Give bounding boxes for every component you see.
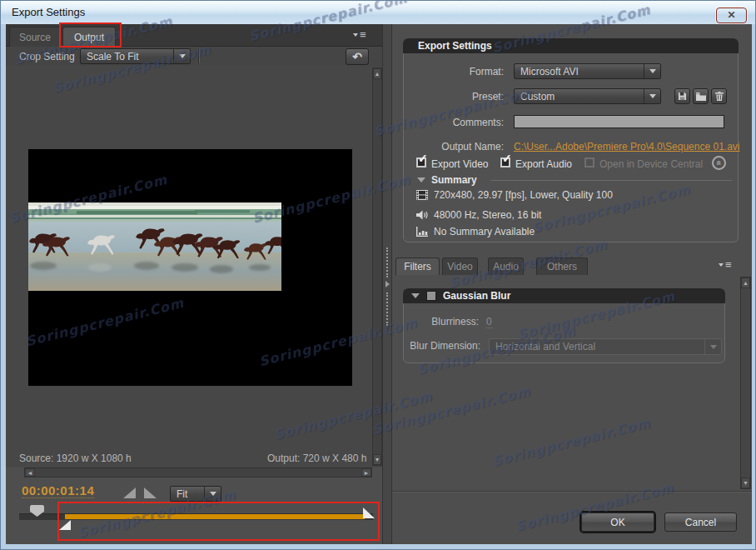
tab-others[interactable]: Others — [536, 258, 588, 275]
export-settings-group: Export Settings Format: Microsoft AVI Pr… — [403, 38, 739, 242]
filters-tabbar: Filters Video Audio Others ≡ — [392, 258, 752, 275]
set-out-point-icon[interactable] — [144, 488, 157, 498]
chevron-down-icon — [204, 487, 221, 501]
settings-panel: Export Settings Format: Microsoft AVI Pr… — [392, 24, 752, 544]
output-name-label: Output Name: — [387, 141, 504, 152]
export-video-label: Export Video — [431, 158, 489, 170]
scroll-down-icon[interactable]: ▼ — [741, 478, 750, 488]
crop-setting-dropdown[interactable]: Scale To Fit — [80, 48, 191, 64]
device-central-checkbox[interactable] — [584, 158, 594, 168]
summary-video-text: 720x480, 29.97 [fps], Lower, Quality 100 — [434, 189, 613, 201]
export-video-checkbox[interactable]: ✓ — [416, 158, 426, 168]
export-settings-header: Export Settings — [403, 38, 739, 53]
output-name-link[interactable]: C:\User...Adobe\Premiere Pro\4.0\Sequenc… — [514, 141, 739, 152]
comments-input[interactable] — [514, 115, 724, 128]
preview-panel: Source Output ≡ Crop Setting Scale To Fi… — [6, 24, 382, 544]
splitter-arrow-icon — [385, 281, 390, 288]
panel-menu-icon[interactable]: ≡ — [719, 261, 732, 269]
scroll-up-icon[interactable]: ▲ — [741, 278, 750, 288]
tab-output[interactable]: Output — [62, 27, 116, 47]
toolbar-separator — [198, 49, 200, 63]
work-area-bar[interactable] — [65, 514, 365, 519]
import-preset-button[interactable] — [693, 88, 709, 104]
preview-vertical-scrollbar[interactable]: ▲ ▼ — [372, 68, 382, 466]
gaussian-blur-header: Gaussian Blur — [403, 288, 725, 303]
double-chevron-up-icon: « — [714, 160, 724, 165]
delete-preset-button[interactable] — [711, 88, 727, 104]
source-dimensions: Source: 1920 w X 1080 h — [19, 452, 132, 464]
chevron-down-icon — [704, 339, 721, 354]
chevron-down-icon — [173, 49, 190, 63]
check-icon: ✓ — [502, 152, 512, 165]
check-icon: ✓ — [418, 152, 428, 165]
summary-title: Summary — [431, 174, 477, 186]
trash-icon — [715, 92, 724, 101]
export-settings-window: { "window": { "title": "Export Settings"… — [0, 0, 756, 550]
gaussian-blur-group: Gaussian Blur Blurriness: 0 Blur Dimensi… — [403, 288, 725, 363]
close-button[interactable]: ✕ — [716, 8, 747, 23]
undo-icon: ↶ — [352, 50, 362, 63]
blurriness-value[interactable]: 0 — [486, 316, 492, 328]
export-audio-checkbox[interactable]: ✓ — [500, 158, 510, 168]
scroll-up-icon[interactable]: ▲ — [373, 68, 381, 79]
output-dimensions: Output: 720 w X 480 h — [267, 452, 366, 464]
tab-audio[interactable]: Audio — [488, 258, 524, 275]
tab-source[interactable]: Source — [9, 27, 61, 47]
window-title: Export Settings — [12, 6, 85, 18]
film-icon — [416, 190, 428, 200]
crop-setting-label: Crop Setting — [19, 51, 75, 62]
summary-bitrate-row: No Summary Available — [416, 226, 535, 238]
gaussian-blur-title: Gaussian Blur — [443, 290, 510, 302]
crop-setting-row: Crop Setting Scale To Fit ↶ — [6, 47, 382, 66]
scroll-left-icon[interactable]: ◄ — [25, 468, 35, 477]
summary-audio-text: 48000 Hz, Stereo, 16 bit — [434, 209, 541, 221]
scroll-right-icon[interactable]: ► — [361, 468, 371, 477]
timecode-display[interactable]: 00:00:01:14 — [22, 483, 94, 498]
ok-button[interactable]: OK — [581, 512, 654, 532]
summary-divider — [490, 180, 732, 181]
close-icon: ✕ — [727, 9, 735, 21]
folder-icon — [696, 92, 706, 101]
summary-audio-row: 48000 Hz, Stereo, 16 bit — [416, 209, 541, 221]
save-icon — [678, 92, 687, 101]
video-frame — [28, 149, 352, 386]
filters-vertical-scrollbar[interactable]: ▲ ▼ — [740, 277, 751, 489]
set-in-point-icon[interactable] — [123, 488, 136, 498]
preview-horizontal-scrollbar[interactable]: ◄ ► — [24, 468, 372, 478]
chart-icon — [416, 227, 428, 237]
preset-dropdown[interactable]: Custom — [514, 88, 661, 104]
gaussian-enable-checkbox[interactable] — [426, 291, 436, 301]
preset-label: Preset: — [387, 91, 504, 102]
preview-image — [28, 202, 281, 291]
button-bar-divider — [392, 491, 752, 492]
in-point-handle[interactable] — [59, 520, 71, 530]
source-output-tabbar: Source Output ≡ — [6, 24, 382, 47]
export-audio-label: Export Audio — [515, 158, 572, 170]
summary-video-row: 720x480, 29.97 [fps], Lower, Quality 100 — [416, 189, 613, 201]
collapse-section-button[interactable]: « — [712, 156, 726, 170]
chevron-down-icon — [644, 64, 660, 78]
format-dropdown[interactable]: Microsoft AVI — [514, 63, 661, 79]
blur-dimension-label: Blur Dimension: — [364, 340, 480, 352]
blur-dimension-dropdown[interactable]: Horizontal and Vertical — [489, 338, 722, 355]
cancel-button[interactable]: Cancel — [664, 512, 737, 532]
save-preset-button[interactable] — [674, 88, 690, 104]
summary-disclosure-icon[interactable] — [417, 178, 425, 182]
device-central-label: Open in Device Central — [599, 158, 703, 170]
format-label: Format: — [387, 66, 504, 78]
tab-video[interactable]: Video — [442, 258, 478, 275]
tab-filters[interactable]: Filters — [395, 258, 440, 275]
blurriness-label: Blurriness: — [362, 316, 479, 328]
title-bar: Export Settings ✕ — [1, 1, 755, 24]
undo-crop-button[interactable]: ↶ — [346, 48, 369, 65]
gaussian-disclosure-icon[interactable] — [411, 293, 420, 298]
zoom-fit-dropdown[interactable]: Fit — [170, 486, 221, 502]
comments-label: Comments: — [387, 117, 504, 128]
group-title: Export Settings — [418, 40, 492, 52]
scroll-down-icon[interactable]: ▼ — [373, 454, 381, 465]
panel-menu-icon[interactable]: ≡ — [353, 31, 366, 39]
speaker-icon — [416, 210, 428, 220]
dialog-content: Source Output ≡ Crop Setting Scale To Fi… — [6, 24, 752, 544]
summary-bitrate-text: No Summary Available — [434, 226, 535, 238]
preview-area: Source: 1920 w X 1080 h Output: 720 w X … — [6, 66, 382, 468]
